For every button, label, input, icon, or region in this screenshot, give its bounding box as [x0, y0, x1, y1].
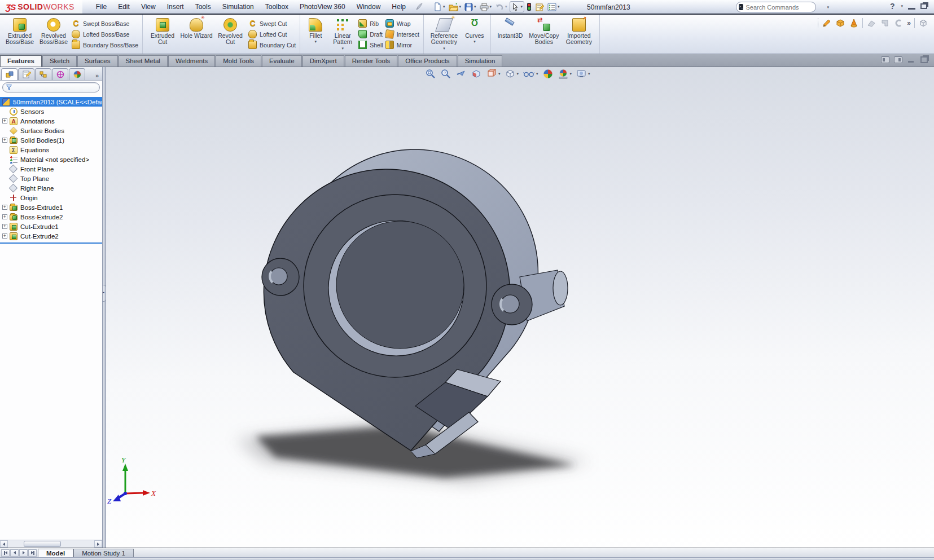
lofted-boss-base-button[interactable]: Lofted Boss/Base — [72, 30, 138, 38]
extruded-boss-base-button[interactable]: Extruded Boss/Base — [3, 16, 37, 53]
propertymanager-tab[interactable] — [18, 68, 34, 80]
expand-toggle-icon[interactable]: + — [2, 205, 7, 210]
manager-tabs-overflow[interactable]: » — [93, 72, 101, 80]
curves-button[interactable]: Curves ▾ — [462, 16, 488, 53]
menu-item[interactable]: Help — [386, 1, 411, 13]
menu-item[interactable]: Insert — [161, 1, 190, 13]
fillet-dropdown-icon[interactable]: ▾ — [315, 39, 317, 44]
first-study-button[interactable] — [1, 549, 10, 557]
disabled-sheet-icon[interactable] — [866, 18, 876, 28]
cube-outline-icon[interactable] — [918, 18, 928, 28]
reference-geometry-dropdown-icon[interactable]: ▾ — [443, 46, 445, 51]
revolved-cut-button[interactable]: Revolved Cut — [213, 16, 247, 53]
expand-toggle-icon[interactable]: + — [2, 138, 7, 143]
extruded-cut-button[interactable]: Extruded Cut — [146, 16, 179, 53]
document-restore-icon[interactable] — [920, 56, 928, 63]
revolved-boss-base-button[interactable]: Revolved Boss/Base — [37, 16, 71, 53]
menu-item[interactable]: View — [135, 1, 161, 13]
commandmanager-tab[interactable]: Sketch — [42, 55, 77, 67]
tree-item[interactable]: Front Plane — [0, 164, 102, 174]
restore-button[interactable] — [920, 3, 927, 9]
commandmanager-tab[interactable]: Evaluate — [262, 55, 302, 67]
file-properties-button[interactable] — [534, 1, 545, 12]
tree-item[interactable]: Top Plane — [0, 174, 102, 183]
commandmanager-tab[interactable]: Office Products — [398, 55, 457, 67]
3d-model-fan-housing[interactable]: Y X Z — [106, 67, 934, 548]
motion-study-tab[interactable]: Motion Study 1 — [73, 549, 134, 557]
linear-pattern-dropdown-icon[interactable]: ▾ — [342, 46, 344, 51]
boundary-cut-button[interactable]: Boundary Cut — [248, 41, 296, 49]
search-dropdown-icon[interactable]: ▾ — [827, 5, 829, 10]
fillet-button[interactable]: Fillet ▾ — [303, 16, 328, 53]
featuremanager-tab[interactable] — [1, 68, 17, 80]
intersect-button[interactable]: Intersect — [385, 30, 419, 38]
tree-item[interactable]: Material <not specified> — [0, 155, 102, 164]
instant3d-button[interactable]: Instant3D — [494, 16, 527, 53]
scrollbar-track[interactable] — [8, 540, 94, 548]
right-mounting-ear[interactable] — [492, 284, 532, 325]
imported-geometry-button[interactable]: Imported Geometry — [562, 16, 597, 53]
swept-cut-button[interactable]: Swept Cut — [248, 19, 296, 28]
next-study-button[interactable] — [19, 549, 28, 557]
minimize-button[interactable] — [908, 8, 915, 10]
sketch-pencil-icon[interactable] — [822, 18, 832, 28]
scroll-right-button[interactable] — [94, 540, 102, 548]
hole-wizard-button[interactable]: Hole Wizard — [179, 16, 213, 53]
commandmanager-tab[interactable]: Simulation — [458, 55, 503, 67]
fan-bore-recess[interactable] — [304, 195, 486, 377]
scroll-left-button[interactable] — [0, 540, 8, 548]
tree-item[interactable]: Right Plane — [0, 183, 102, 193]
select-button[interactable]: ▾ — [510, 1, 525, 12]
lofted-cut-button[interactable]: Lofted Cut — [248, 30, 296, 38]
new-document-button[interactable]: ▾ — [432, 1, 446, 12]
mirror-button[interactable]: Mirror — [385, 41, 419, 49]
rollback-bar[interactable] — [0, 242, 102, 244]
menu-item[interactable]: Edit — [112, 1, 135, 13]
collapse-left-pane-icon[interactable] — [881, 56, 889, 63]
boundary-boss-base-button[interactable]: Boundary Boss/Base — [72, 41, 138, 49]
displaymanager-tab[interactable] — [69, 68, 85, 80]
dimxpertmanager-tab[interactable] — [52, 68, 68, 80]
commandmanager-tab[interactable]: DimXpert — [302, 55, 344, 67]
commandmanager-tab[interactable]: Features — [0, 55, 42, 67]
collapse-right-pane-icon[interactable] — [894, 56, 902, 63]
search-commands-box[interactable]: >_ ▾ — [736, 2, 816, 12]
search-commands-input[interactable] — [746, 4, 826, 11]
expand-toggle-icon[interactable]: + — [2, 224, 7, 229]
quill-icon[interactable] — [415, 2, 424, 11]
tree-item[interactable]: Equations — [0, 145, 102, 155]
swept-boss-base-button[interactable]: Swept Boss/Base — [72, 19, 138, 28]
tree-item[interactable]: + Boss-Extrude2 — [0, 212, 102, 222]
left-mounting-ear[interactable] — [262, 258, 299, 296]
prev-study-button[interactable] — [10, 549, 19, 557]
move-copy-bodies-button[interactable]: Move/Copy Bodies — [527, 16, 562, 53]
rib-button[interactable]: Rib — [358, 19, 383, 28]
tree-item[interactable]: + Annotations — [0, 116, 102, 126]
wrap-button[interactable]: Wrap — [385, 19, 419, 28]
expand-toggle-icon[interactable]: + — [2, 233, 7, 239]
hide-show-items-icon[interactable]: ▾ — [523, 68, 538, 80]
print-button[interactable]: ▾ — [479, 1, 493, 12]
menu-item[interactable]: Window — [351, 1, 387, 13]
tree-item[interactable]: Origin — [0, 193, 102, 202]
shell-button[interactable]: Shell — [358, 41, 383, 49]
commandmanager-tab[interactable]: Sheet Metal — [119, 55, 168, 67]
view-orientation-icon[interactable]: ▾ — [486, 68, 501, 80]
graphics-viewport[interactable]: ? ▾ ▾ ▾ ▾ ▾ — [106, 67, 934, 548]
previous-view-icon[interactable] — [455, 68, 467, 80]
panel-horizontal-scrollbar[interactable] — [0, 540, 102, 548]
menu-item[interactable]: File — [90, 1, 112, 13]
tree-item[interactable]: + Cut-Extrude1 — [0, 222, 102, 231]
view-settings-icon[interactable]: ▾ — [576, 68, 590, 80]
section-view-icon[interactable] — [471, 68, 482, 80]
undo-button[interactable]: ▾ — [494, 1, 508, 12]
zoom-to-fit-icon[interactable] — [425, 68, 436, 80]
tree-item[interactable]: + Solid Bodies(1) — [0, 135, 102, 145]
orange-box-icon[interactable] — [835, 18, 845, 28]
curves-dropdown-icon[interactable]: ▾ — [473, 39, 476, 44]
commandmanager-tab[interactable]: Surfaces — [77, 55, 117, 67]
commandmanager-tab[interactable]: Weldments — [168, 55, 215, 67]
help-dropdown-icon[interactable]: ▾ — [901, 4, 903, 8]
menu-item[interactable]: PhotoView 360 — [294, 1, 351, 13]
splitter-handle[interactable] — [102, 285, 106, 302]
